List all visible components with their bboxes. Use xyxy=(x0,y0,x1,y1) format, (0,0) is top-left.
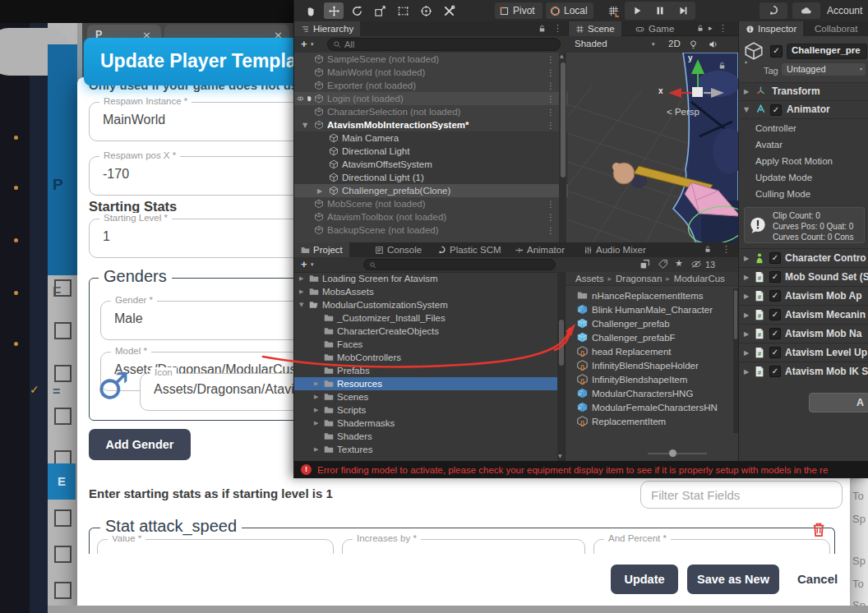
expand-arrow-icon[interactable]: ▶ xyxy=(314,380,318,387)
shading-mode-dropdown[interactable]: Shaded xyxy=(575,39,607,48)
enabled-checkbox[interactable]: ✓ xyxy=(769,328,781,339)
favorites-star-icon[interactable]: ★ xyxy=(675,258,683,269)
project-tree-row[interactable]: ▼ ModularCustomizationSystem xyxy=(294,298,557,311)
kebab-menu-icon[interactable]: ⋮ xyxy=(547,121,555,130)
kebab-menu-icon[interactable]: ⋮ xyxy=(718,23,727,34)
expand-arrow-icon[interactable]: ▼ xyxy=(302,122,307,129)
project-tree-row[interactable]: ▶ Resources xyxy=(294,377,557,390)
animator-field-label[interactable]: Culling Mode xyxy=(739,186,868,202)
asset-row[interactable]: Challenger_prefab xyxy=(566,316,739,330)
tab-hierarchy[interactable]: Hierarchy xyxy=(294,21,360,36)
kebab-menu-icon[interactable]: ⋮ xyxy=(547,226,555,235)
project-search-input[interactable] xyxy=(363,259,556,270)
expand-arrow-icon[interactable]: ▶ xyxy=(299,275,303,282)
hierarchy-row[interactable]: Directional Light xyxy=(294,145,568,158)
project-tree-row[interactable]: Faces xyxy=(294,338,557,351)
move-tool-button[interactable] xyxy=(324,2,344,19)
tab-inspector[interactable]: Inspector xyxy=(739,21,803,36)
hand-tool-button[interactable] xyxy=(301,2,321,19)
scrollbar-thumb[interactable] xyxy=(559,320,564,366)
enabled-checkbox[interactable]: ✓ xyxy=(769,271,781,283)
tab-game[interactable]: Game xyxy=(628,21,681,36)
project-tree-row[interactable]: ▶ Loading Screen for Atavism xyxy=(294,272,557,285)
project-tree-row[interactable]: ▶ Scenes xyxy=(294,390,557,403)
expand-arrow-icon[interactable]: ▶ xyxy=(314,420,318,426)
asset-row[interactable]: InfinityBlendShapeHolder xyxy=(566,358,739,372)
project-tree-row[interactable]: ▶ MobsAssets xyxy=(294,285,557,298)
expand-arrow-icon[interactable]: ▶ xyxy=(744,349,749,357)
component-row[interactable]: ▶ ✓ Atavism Mob Ap xyxy=(739,286,868,305)
collapse-arrow-icon[interactable]: ▼ xyxy=(744,106,749,113)
hierarchy-row[interactable]: CharacterSelection (not loaded) ⋮ xyxy=(294,105,568,118)
grid-snap-button[interactable] xyxy=(603,2,623,19)
asset-row[interactable]: Challenger_prefabF xyxy=(566,330,739,344)
hierarchy-row[interactable]: BackupScene (not loaded) ⋮ xyxy=(294,224,568,237)
animator-field-label[interactable]: Controller xyxy=(739,120,868,136)
sidebar-bullet-icon[interactable] xyxy=(14,136,18,140)
scroll-down-icon[interactable]: ▼ xyxy=(558,453,562,459)
gameobject-name-field[interactable]: Challenger_pre xyxy=(787,44,867,59)
project-tree-row[interactable]: _Customizer_Install_Files xyxy=(294,311,557,325)
asset-row[interactable]: nHanceReplacementItems xyxy=(566,288,739,302)
cancel-button[interactable]: Cancel xyxy=(797,572,838,586)
hierarchy-search-input[interactable]: All xyxy=(327,38,561,51)
project-tree-row[interactable]: ▶ Scripts xyxy=(294,403,557,417)
asset-row[interactable]: ModularCharactersHNG xyxy=(566,386,739,400)
lock-icon[interactable] xyxy=(696,24,704,33)
zoom-slider-thumb[interactable] xyxy=(669,449,676,457)
tab-console[interactable]: Console xyxy=(368,242,428,257)
hierarchy-row[interactable]: ▶ Challenger_prefab(Clone) xyxy=(294,184,568,197)
kebab-menu-icon[interactable]: ⋮ xyxy=(547,55,555,64)
chevron-down-icon[interactable]: ▾ xyxy=(652,41,655,48)
filter-stat-fields-input[interactable] xyxy=(640,481,843,509)
save-as-new-button[interactable]: Save as New xyxy=(687,565,779,594)
project-tree-row[interactable]: CharacterCreateObjects xyxy=(294,325,557,338)
enabled-checkbox[interactable]: ✓ xyxy=(770,104,782,116)
tab-plastic-scm[interactable]: Plastic SCM xyxy=(431,242,508,257)
zoom-slider-track[interactable] xyxy=(648,453,707,454)
scale-tool-button[interactable] xyxy=(370,2,390,19)
chevron-right-icon[interactable]: ▸ xyxy=(709,24,713,32)
animator-field-label[interactable]: Update Mode xyxy=(739,169,868,186)
kebab-menu-icon[interactable]: ⋮ xyxy=(547,81,555,90)
expand-arrow-icon[interactable]: ▶ xyxy=(744,293,749,300)
delete-stat-icon[interactable] xyxy=(810,520,827,539)
component-row[interactable]: ▶ ✓ Atavism Mob IK S xyxy=(739,362,868,380)
lighting-toggle-icon[interactable] xyxy=(688,39,699,50)
project-tree-row[interactable]: MobControllers xyxy=(294,351,557,364)
sidebar-bullet-icon[interactable] xyxy=(14,291,18,295)
cloud-button[interactable] xyxy=(792,2,820,19)
rect-tool-button[interactable] xyxy=(393,2,413,19)
expand-arrow-icon[interactable]: ▶ xyxy=(744,255,749,262)
breadcrumb-item[interactable]: Assets xyxy=(575,274,604,283)
page-row-checkbox[interactable] xyxy=(54,582,72,599)
page-row-checkbox[interactable] xyxy=(54,279,72,297)
tab-audio-mixer[interactable]: Audio Mixer xyxy=(577,242,653,257)
enabled-checkbox[interactable]: ✓ xyxy=(769,309,781,320)
kebab-menu-icon[interactable]: ⋮ xyxy=(722,244,731,255)
sidebar-check-icon[interactable]: ✓ xyxy=(30,383,39,396)
animator-field-label[interactable]: Apply Root Motion xyxy=(739,153,868,169)
rotate-tool-button[interactable] xyxy=(347,2,367,19)
hierarchy-row[interactable]: MobScene (not loaded) ⋮ xyxy=(294,197,568,210)
expand-arrow-icon[interactable]: ▶ xyxy=(314,446,318,453)
sidebar-bullet-icon[interactable] xyxy=(14,186,18,190)
scene-viewport[interactable]: y x < Persp xyxy=(568,53,738,242)
hierarchy-row[interactable]: AtavismOffsetSystem xyxy=(294,158,568,171)
add-gender-button[interactable]: Add Gender xyxy=(89,429,191,460)
hierarchy-row[interactable]: MainWorld (not loaded) ⋮ xyxy=(294,66,568,79)
hierarchy-row[interactable]: Main Camera xyxy=(294,131,568,145)
kebab-menu-icon[interactable]: ⋮ xyxy=(547,213,555,222)
page-row-checkbox[interactable] xyxy=(54,546,72,563)
expand-arrow-icon[interactable]: ▶ xyxy=(314,407,318,413)
hierarchy-row[interactable]: SampleScene (not loaded) ⋮ xyxy=(294,53,568,66)
expand-arrow-icon[interactable]: ▶ xyxy=(744,88,749,95)
scrollbar-thumb[interactable] xyxy=(561,62,566,177)
page-e-button[interactable]: E xyxy=(48,463,76,500)
plastic-scm-button[interactable] xyxy=(760,2,787,19)
project-tree-row[interactable]: ▶ Shadermasks xyxy=(294,417,557,430)
account-button[interactable]: Account xyxy=(827,5,862,16)
component-row[interactable]: ▶ ✓ Character Contro xyxy=(739,248,868,267)
expand-arrow-icon[interactable]: ▶ xyxy=(744,330,749,338)
perspective-label[interactable]: < Persp xyxy=(667,107,699,117)
